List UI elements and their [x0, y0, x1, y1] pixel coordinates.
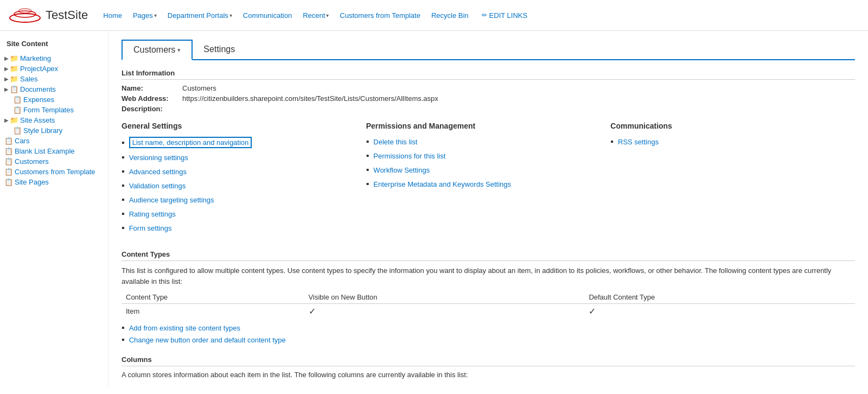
list-info-heading: List Information — [122, 69, 855, 80]
tab-settings[interactable]: Settings — [193, 40, 246, 59]
perm-link-2: ▪ Workflow Settings — [366, 165, 600, 175]
nav-pages[interactable]: Pages ▾ — [129, 9, 161, 22]
sidebar-item-cars[interactable]: 📋 Cars — [4, 136, 104, 146]
ct-action-bullet-1: ▪ — [122, 335, 125, 345]
link-style-library[interactable]: Style Library — [23, 126, 62, 135]
list-icon-customers: 📋 — [4, 157, 13, 166]
link-add-content-types[interactable]: Add from existing site content types — [129, 324, 240, 332]
bullet-5: ▪ — [122, 209, 125, 219]
ct-row-visible: ✓ — [304, 304, 585, 319]
link-customers[interactable]: Customers — [15, 157, 49, 166]
tree-toggle-documents[interactable]: ▶ — [4, 86, 9, 92]
link-enterprise-metadata[interactable]: Enterprise Metadata and Keywords Setting… — [373, 180, 511, 188]
link-marketing[interactable]: Marketing — [20, 54, 51, 62]
web-address-value: https://citizenbuilders.sharepoint.com/s… — [182, 94, 438, 103]
folder-icon-marketing: 📁 — [10, 54, 18, 62]
nav-home[interactable]: Home — [99, 9, 126, 22]
perm-link-1: ▪ Permissions for this list — [366, 151, 600, 161]
link-customers-from-template[interactable]: Customers from Template — [15, 168, 95, 176]
list-icon-documents: 📋 — [10, 85, 18, 93]
pencil-icon: ✏ — [482, 11, 487, 19]
content-types-desc: This list is configured to allow multipl… — [122, 265, 855, 287]
sidebar-item-style-library[interactable]: 📋 Style Library — [4, 125, 104, 136]
perm-link-3: ▪ Enterprise Metadata and Keywords Setti… — [366, 179, 600, 189]
link-delete-list[interactable]: Delete this list — [373, 138, 417, 146]
tree-toggle-site-assets[interactable]: ▶ — [4, 117, 9, 123]
link-form-templates[interactable]: Form Templates — [23, 106, 74, 114]
link-validation[interactable]: Validation settings — [129, 182, 186, 190]
comm-bullet-0: ▪ — [610, 137, 614, 147]
ct-action-bullet-0: ▪ — [122, 323, 125, 333]
tree-toggle-sales[interactable]: ▶ — [4, 76, 9, 82]
sidebar-item-customers-from-template[interactable]: 📋 Customers from Template — [4, 167, 104, 177]
sidebar-item-customers[interactable]: 📋 Customers — [4, 156, 104, 167]
communications-heading: Communications — [610, 122, 844, 130]
nav-recent[interactable]: Recent ▾ — [298, 9, 333, 22]
link-workflow-settings[interactable]: Workflow Settings — [373, 166, 430, 174]
settings-link-2: ▪ Advanced settings — [122, 167, 355, 176]
sidebar-item-expenses[interactable]: 📋 Expenses — [4, 94, 104, 105]
sidebar-item-projectapex[interactable]: ▶ 📁 ProjectApex — [4, 63, 104, 74]
list-icon-expenses: 📋 — [13, 96, 22, 104]
tree-toggle-marketing[interactable]: ▶ — [4, 55, 9, 61]
content-types-table: Content Type Visible on New Button Defau… — [122, 291, 855, 319]
nav-recycle-bin[interactable]: Recycle Bin — [427, 9, 473, 22]
link-sales[interactable]: Sales — [20, 75, 38, 83]
sidebar-item-form-templates[interactable]: 📋 Form Templates — [4, 105, 104, 115]
checkmark-visible: ✓ — [309, 307, 316, 316]
sidebar-item-documents[interactable]: ▶ 📋 Documents — [4, 84, 104, 94]
bullet-4: ▪ — [122, 195, 125, 205]
dept-portals-arrow-icon: ▾ — [229, 12, 232, 18]
link-site-pages[interactable]: Site Pages — [15, 178, 49, 186]
tab-customers[interactable]: Customers ▾ — [122, 40, 193, 60]
link-expenses[interactable]: Expenses — [23, 96, 54, 104]
description-label: Description: — [122, 105, 176, 113]
col-default-content-type: Default Content Type — [584, 291, 855, 304]
settings-link-1: ▪ Versioning settings — [122, 152, 355, 162]
link-advanced[interactable]: Advanced settings — [129, 168, 187, 176]
ct-action-0: ▪ Add from existing site content types — [122, 323, 855, 333]
name-label: Name: — [122, 84, 176, 92]
ct-row-default: ✓ — [584, 304, 855, 319]
tree-toggle-projectapex[interactable]: ▶ — [4, 66, 9, 72]
general-settings-col: General Settings ▪ List name, descriptio… — [122, 122, 366, 237]
link-versioning[interactable]: Versioning settings — [129, 154, 188, 162]
edit-links-button[interactable]: ✏ EDIT LINKS — [482, 11, 528, 20]
sidebar-item-sales[interactable]: ▶ 📁 Sales — [4, 74, 104, 84]
link-permissions-list[interactable]: Permissions for this list — [373, 152, 445, 160]
pages-arrow-icon: ▾ — [154, 12, 157, 18]
permissions-heading: Permissions and Management — [366, 122, 600, 130]
link-rss-settings[interactable]: RSS settings — [618, 138, 659, 146]
ct-row-name: Item — [122, 304, 304, 319]
link-documents[interactable]: Documents — [20, 85, 56, 93]
top-nav: Home Pages ▾ Department Portals ▾ Commun… — [99, 9, 527, 22]
bullet-2: ▪ — [122, 167, 125, 176]
link-rating[interactable]: Rating settings — [129, 210, 176, 218]
settings-link-4: ▪ Audience targeting settings — [122, 195, 355, 205]
perm-bullet-2: ▪ — [366, 165, 369, 175]
link-blank-list[interactable]: Blank List Example — [15, 147, 75, 155]
communications-col: Communications ▪ RSS settings — [610, 122, 855, 237]
recent-arrow-icon: ▾ — [326, 12, 329, 18]
checkmark-default: ✓ — [589, 307, 596, 316]
nav-department-portals[interactable]: Department Portals ▾ — [163, 9, 237, 22]
sidebar-item-site-assets[interactable]: ▶ 📁 Site Assets — [4, 115, 104, 125]
sidebar-item-marketing[interactable]: ▶ 📁 Marketing — [4, 53, 104, 63]
site-logo — [9, 4, 41, 26]
link-site-assets[interactable]: Site Assets — [20, 116, 55, 124]
nav-customers-from-template[interactable]: Customers from Template — [335, 9, 425, 22]
list-icon-style-library: 📋 — [13, 126, 22, 135]
link-form-settings[interactable]: Form settings — [129, 224, 172, 232]
link-cars[interactable]: Cars — [15, 137, 29, 145]
settings-link-6: ▪ Form settings — [122, 223, 355, 233]
link-projectapex[interactable]: ProjectApex — [20, 65, 58, 73]
link-audience-targeting[interactable]: Audience targeting settings — [129, 196, 214, 204]
sidebar-item-site-pages[interactable]: 📋 Site Pages — [4, 177, 104, 187]
logo-area: TestSite — [9, 4, 88, 26]
settings-link-5: ▪ Rating settings — [122, 209, 355, 219]
link-change-button-order[interactable]: Change new button order and default cont… — [129, 336, 286, 344]
sidebar-item-blank-list[interactable]: 📋 Blank List Example — [4, 146, 104, 156]
nav-communication[interactable]: Communication — [239, 9, 296, 22]
link-list-name[interactable]: List name, description and navigation — [129, 137, 252, 148]
web-address-label: Web Address: — [122, 94, 176, 103]
